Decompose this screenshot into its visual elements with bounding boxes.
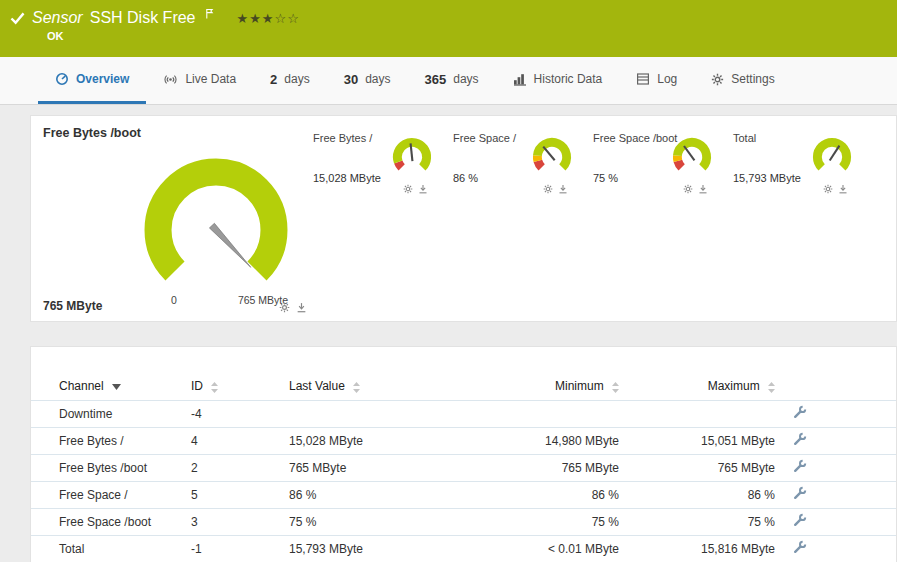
star-empty-icon[interactable] [274,11,287,26]
column-header-channel[interactable]: Channel [31,373,191,400]
tab-label: Historic Data [534,72,603,86]
channel-name: Free Space / [31,481,191,508]
channel-settings-wrench-icon[interactable] [793,459,807,473]
small-gauge-title: Total [733,132,756,144]
channel-id: 5 [191,481,289,508]
channel-last-value: 75 % [289,508,489,535]
column-header-last-value[interactable]: Last Value [289,373,489,400]
gauge-download-icon[interactable] [698,184,708,194]
small-gauge-title: Free Space /boot [593,132,677,144]
channel-last-value: 15,028 MByte [289,427,489,454]
gauge-settings-gear-icon[interactable] [823,184,833,194]
gauge-settings-gear-icon[interactable] [683,184,693,194]
small-gauge-total: Total 15,793 MByte [733,130,873,208]
tab-2-days[interactable]: 2 days [253,57,327,104]
channels-table: Channel ID Last Value Minimum [31,373,896,562]
channel-minimum: 75 % [489,508,619,535]
priority-rating[interactable] [237,11,300,26]
tab-settings[interactable]: Settings [694,57,791,104]
main-gauge-scale-min: 0 [171,294,177,306]
channel-maximum [619,400,775,427]
column-header-maximum[interactable]: Maximum [619,373,775,400]
tab-number: 2 [270,72,277,87]
tab-30-days[interactable]: 30 days [327,57,408,104]
sort-icon [768,382,775,393]
star-filled-icon[interactable] [237,11,250,26]
priority-flag-icon[interactable] [205,8,214,22]
tab-label: days [365,72,390,86]
gauge-settings-gear-icon[interactable] [403,184,413,194]
column-label: ID [191,379,203,393]
channel-last-value: 86 % [289,481,489,508]
gauge-download-icon[interactable] [418,184,428,194]
channel-minimum: 765 MByte [489,454,619,481]
channel-maximum: 86 % [619,481,775,508]
sort-icon [211,382,218,393]
small-gauge [529,134,575,180]
column-header-actions [775,373,896,400]
channel-minimum [489,400,619,427]
small-gauge-free-space-root: Free Space / 86 % [453,130,593,208]
table-row: Free Space /boot 3 75 % 75 % 75 % [31,508,896,535]
tab-log[interactable]: Log [619,57,694,104]
table-row: Downtime -4 [31,400,896,427]
channel-settings-wrench-icon[interactable] [793,513,807,527]
tab-365-days[interactable]: 365 days [408,57,496,104]
channel-name: Free Space /boot [31,508,191,535]
small-gauge-value: 75 % [593,172,618,184]
gauge-download-icon[interactable] [838,184,848,194]
channel-last-value: 15,793 MByte [289,535,489,562]
page-title: SSH Disk Free [90,9,196,27]
tab-number: 30 [344,72,358,87]
channel-minimum: 14,980 MByte [489,427,619,454]
channel-maximum: 75 % [619,508,775,535]
small-gauge-free-space-boot: Free Space /boot 75 % [593,130,733,208]
sort-desc-icon [112,384,121,390]
column-header-minimum[interactable]: Minimum [489,373,619,400]
channel-settings-wrench-icon[interactable] [793,540,807,554]
star-empty-icon[interactable] [287,11,300,26]
status-check-icon [10,12,25,25]
tab-label: days [284,72,309,86]
sensor-kind-label: Sensor [32,9,83,27]
tab-overview[interactable]: Overview [38,57,146,104]
column-label: Last Value [289,379,345,393]
channel-last-value [289,400,489,427]
tab-live-data[interactable]: Live Data [146,57,253,104]
channel-id: 2 [191,454,289,481]
channel-settings-wrench-icon[interactable] [793,405,807,419]
channel-maximum: 15,816 MByte [619,535,775,562]
tab-label: Log [657,72,677,86]
channel-name: Free Bytes / [31,427,191,454]
gauge-download-icon[interactable] [296,302,307,313]
main-gauge-title: Free Bytes /boot [43,126,141,140]
gauge-settings-gear-icon[interactable] [543,184,553,194]
table-header-row: Channel ID Last Value Minimum [31,373,896,400]
main-gauge-value: 765 MByte [43,299,102,313]
star-filled-icon[interactable] [262,11,275,26]
gauges-panel: Free Bytes /boot 0 765 MByte 765 MByte F… [30,115,897,322]
tab-label: Settings [731,72,774,86]
page-content: Free Bytes /boot 0 765 MByte 765 MByte F… [0,105,897,562]
channel-maximum: 765 MByte [619,454,775,481]
broadcast-icon [163,73,178,86]
tab-label: days [453,72,478,86]
sort-icon [612,382,619,393]
tab-historic-data[interactable]: Historic Data [496,57,620,104]
channel-settings-wrench-icon[interactable] [793,432,807,446]
column-header-id[interactable]: ID [191,373,289,400]
channel-id: 3 [191,508,289,535]
channels-panel: Channel ID Last Value Minimum [30,346,897,562]
tab-number: 365 [425,72,447,87]
gauge-icon [55,72,69,86]
small-gauge-value: 86 % [453,172,478,184]
log-icon [636,72,650,86]
small-gauge [809,134,855,180]
star-filled-icon[interactable] [249,11,262,26]
channel-name: Free Bytes /boot [31,454,191,481]
table-row: Free Bytes / 4 15,028 MByte 14,980 MByte… [31,427,896,454]
gauge-settings-gear-icon[interactable] [279,302,290,313]
gauge-download-icon[interactable] [558,184,568,194]
channel-settings-wrench-icon[interactable] [793,486,807,500]
tab-bar: Overview Live Data 2 days 30 days 365 da… [0,57,897,105]
